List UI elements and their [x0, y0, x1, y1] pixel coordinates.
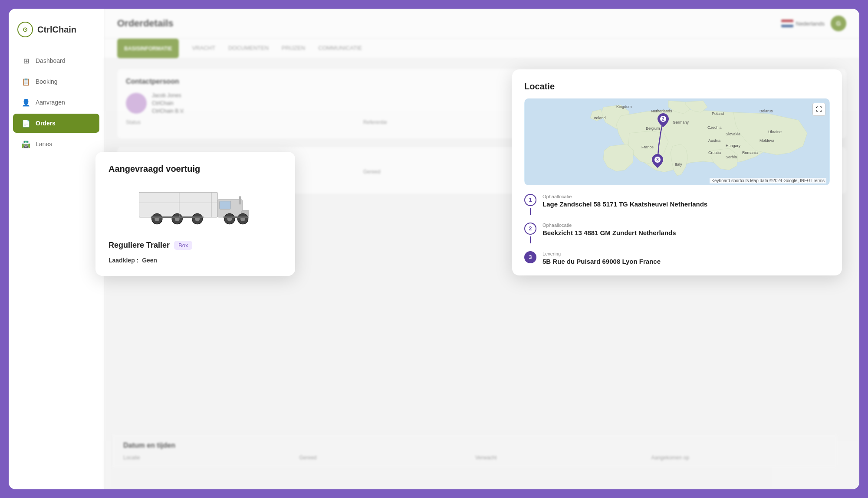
svg-text:2: 2: [662, 117, 664, 121]
svg-text:Croatia: Croatia: [708, 151, 721, 155]
sidebar-item-dashboard[interactable]: ⊞ Dashboard: [13, 51, 99, 70]
datum-headers: Locatie Gereed Verwacht Aangekomen op: [123, 455, 827, 461]
truck-illustration: [108, 184, 282, 232]
vehicle-tag: Box: [174, 241, 192, 250]
location-item-1: 1 Ophaallocatie Lage Zandschel 58 5171 T…: [524, 194, 830, 215]
tab-communicatie[interactable]: COMMUNICATIE: [318, 39, 362, 58]
svg-text:Netherlands: Netherlands: [651, 109, 672, 113]
sidebar-item-aanvragen[interactable]: 👤 Aanvragen: [13, 93, 99, 112]
map-credit: Keyboard shortcuts Map data ©2024 Google…: [710, 178, 826, 183]
svg-text:Hungary: Hungary: [726, 144, 741, 148]
logo-icon: ⊙: [17, 22, 33, 37]
svg-text:Italy: Italy: [675, 162, 682, 167]
svg-text:Kingdom: Kingdom: [616, 105, 632, 109]
svg-text:Ireland: Ireland: [594, 116, 606, 120]
col-aangekomen: Aangekomen op: [651, 455, 828, 461]
sidebar-item-label: Orders: [36, 120, 56, 127]
location-content-3: Levering 5B Rue du Puisard 69008 Lyon Fr…: [542, 251, 830, 265]
svg-text:Germany: Germany: [673, 120, 689, 124]
status-header: Status: [126, 119, 363, 125]
language-label: Nederlands: [796, 20, 825, 27]
contact-role: CtrlChain B.V.: [152, 108, 184, 114]
location-panel: Locatie: [512, 69, 842, 275]
svg-text:Slovakia: Slovakia: [726, 132, 740, 136]
svg-text:Czechia: Czechia: [707, 125, 722, 130]
sidebar-item-lanes[interactable]: 🛣️ Lanes: [13, 134, 99, 154]
col-gereed: Gereed: [299, 455, 476, 461]
contact-info: Jacob Jones CtrlChain CtrlChain B.V.: [152, 92, 184, 114]
vehicle-card-title: Aangevraagd voertuig: [108, 164, 282, 174]
location-item-row-3: 3 Levering 5B Rue du Puisard 69008 Lyon …: [524, 251, 830, 265]
location-type-2: Ophaallocatie: [542, 223, 830, 228]
dashboard-icon: ⊞: [22, 56, 30, 65]
datum-section-overlay: Datum en tijden Locatie Gereed Verwacht …: [113, 435, 838, 468]
laadklep-value: Geen: [142, 257, 157, 264]
contact-company: CtrlChain: [152, 100, 184, 106]
topbar: Orderdetails Nederlands G: [104, 9, 859, 39]
language-selector[interactable]: Nederlands: [781, 20, 825, 27]
svg-text:Serbia: Serbia: [726, 155, 737, 159]
sidebar-item-label: Aanvragen: [36, 99, 65, 106]
location-type-3: Levering: [542, 251, 830, 256]
tab-vracht[interactable]: VRACHT: [192, 39, 215, 58]
svg-text:Austria: Austria: [708, 138, 720, 143]
svg-text:Ukraine: Ukraine: [768, 130, 782, 134]
topbar-right: Nederlands G: [781, 16, 847, 31]
col-locatie: Locatie: [123, 455, 299, 461]
logo: ⊙ CtrlChain: [9, 17, 104, 50]
sidebar-item-label: Lanes: [36, 141, 52, 147]
vehicle-meta: Laadklep : Geen: [108, 257, 282, 264]
svg-text:Moldova: Moldova: [760, 138, 774, 143]
location-address-3: 5B Rue du Puisard 69008 Lyon France: [542, 258, 830, 265]
tabs-bar: BASISINFORMATIE VRACHT DOCUMENTEN PRIJZE…: [104, 39, 859, 59]
svg-text:France: France: [641, 145, 654, 149]
svg-text:3: 3: [656, 157, 659, 162]
svg-rect-16: [151, 216, 204, 218]
location-content-1: Ophaallocatie Lage Zandschel 58 5171 TG …: [542, 194, 830, 208]
svg-rect-17: [224, 216, 249, 218]
flag-netherlands: [781, 20, 793, 27]
location-address-2: Beekzicht 13 4881 GM Zundert Netherlands: [542, 229, 830, 236]
location-number-3: 3: [524, 251, 536, 263]
svg-text:Romania: Romania: [742, 151, 758, 155]
datum-section-title: Datum en tijden: [123, 442, 827, 449]
sidebar-item-booking[interactable]: 📋 Booking: [13, 72, 99, 91]
logo-text: CtrlChain: [37, 25, 76, 35]
svg-rect-3: [220, 201, 231, 209]
location-address-1: Lage Zandschel 58 5171 TG Kaatsheuvel Ne…: [542, 200, 830, 208]
connector-2: [530, 236, 531, 243]
location-list: 1 Ophaallocatie Lage Zandschel 58 5171 T…: [524, 194, 830, 265]
sidebar-item-label: Dashboard: [36, 57, 66, 64]
location-type-1: Ophaallocatie: [542, 194, 830, 199]
location-number-1: 1: [524, 194, 536, 206]
vehicle-card: Aangevraagd voertuig: [95, 152, 295, 276]
laadklep-label: Laadklep :: [108, 257, 138, 264]
tab-documenten[interactable]: DOCUMENTEN: [228, 39, 269, 58]
location-item-row-1: 1 Ophaallocatie Lage Zandschel 58 5171 T…: [524, 194, 830, 208]
location-number-2: 2: [524, 223, 536, 235]
contact-name: Jacob Jones: [152, 92, 184, 98]
svg-rect-5: [239, 196, 241, 204]
tab-basisinformatie[interactable]: BASISINFORMATIE: [117, 39, 179, 58]
tab-prijzen[interactable]: PRIJZEN: [282, 39, 305, 58]
svg-text:Belgium: Belgium: [646, 126, 660, 131]
sidebar-item-orders[interactable]: 📄 Orders: [13, 114, 99, 133]
aanvragen-icon: 👤: [22, 98, 30, 107]
svg-text:Poland: Poland: [712, 111, 724, 116]
location-item-row-2: 2 Ophaallocatie Beekzicht 13 4881 GM Zun…: [524, 223, 830, 236]
svg-text:Belarus: Belarus: [760, 109, 773, 113]
map-fullscreen-button[interactable]: ⛶: [812, 103, 825, 116]
sidebar: ⊙ CtrlChain ⊞ Dashboard 📋 Booking 👤 Aanv…: [9, 9, 104, 489]
contact-avatar: [126, 93, 147, 114]
booking-icon: 📋: [22, 77, 30, 86]
map-container: Ireland Kingdom Netherlands Belgium Germ…: [524, 98, 830, 185]
user-avatar[interactable]: G: [831, 16, 846, 31]
orders-icon: 📄: [22, 119, 30, 128]
location-item-2: 2 Ophaallocatie Beekzicht 13 4881 GM Zun…: [524, 223, 830, 243]
vehicle-type-label: Reguliere Trailer: [108, 241, 170, 250]
lanes-icon: 🛣️: [22, 140, 30, 148]
col-verwacht: Verwacht: [475, 455, 651, 461]
location-title: Locatie: [524, 82, 830, 92]
connector-1: [530, 208, 531, 215]
vehicle-type-row: Reguliere Trailer Box: [108, 241, 282, 250]
